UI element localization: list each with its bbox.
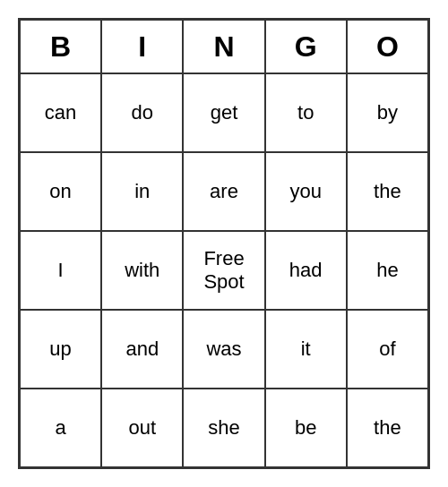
cell-4-3: was [183, 310, 264, 389]
header-n: N [183, 20, 264, 73]
bingo-board: B I N G O can do get to by on in are you… [18, 18, 430, 469]
bingo-row-5: a out she be the [20, 389, 428, 467]
cell-2-4: you [265, 152, 347, 231]
cell-4-5: of [347, 310, 428, 389]
cell-3-2: with [101, 231, 183, 310]
cell-2-3: are [183, 152, 264, 231]
header-i: I [101, 20, 183, 73]
bingo-row-2: on in are you the [20, 152, 428, 231]
header-b: B [20, 20, 101, 73]
cell-1-2: do [101, 73, 183, 152]
cell-3-3-free: FreeSpot [183, 231, 264, 310]
header-g: G [265, 20, 347, 73]
cell-1-4: to [265, 73, 347, 152]
cell-4-1: up [20, 310, 101, 389]
header-row: B I N G O [20, 20, 428, 73]
cell-2-5: the [347, 152, 428, 231]
cell-4-2: and [101, 310, 183, 389]
cell-5-3: she [183, 389, 264, 467]
cell-1-3: get [183, 73, 264, 152]
bingo-row-3: I with FreeSpot had he [20, 231, 428, 310]
header-o: O [347, 20, 428, 73]
bingo-row-4: up and was it of [20, 310, 428, 389]
cell-2-1: on [20, 152, 101, 231]
cell-3-5: he [347, 231, 428, 310]
cell-4-4: it [265, 310, 347, 389]
cell-2-2: in [101, 152, 183, 231]
cell-1-5: by [347, 73, 428, 152]
cell-5-5: the [347, 389, 428, 467]
cell-5-2: out [101, 389, 183, 467]
cell-5-4: be [265, 389, 347, 467]
cell-5-1: a [20, 389, 101, 467]
cell-3-4: had [265, 231, 347, 310]
bingo-row-1: can do get to by [20, 73, 428, 152]
cell-1-1: can [20, 73, 101, 152]
cell-3-1: I [20, 231, 101, 310]
